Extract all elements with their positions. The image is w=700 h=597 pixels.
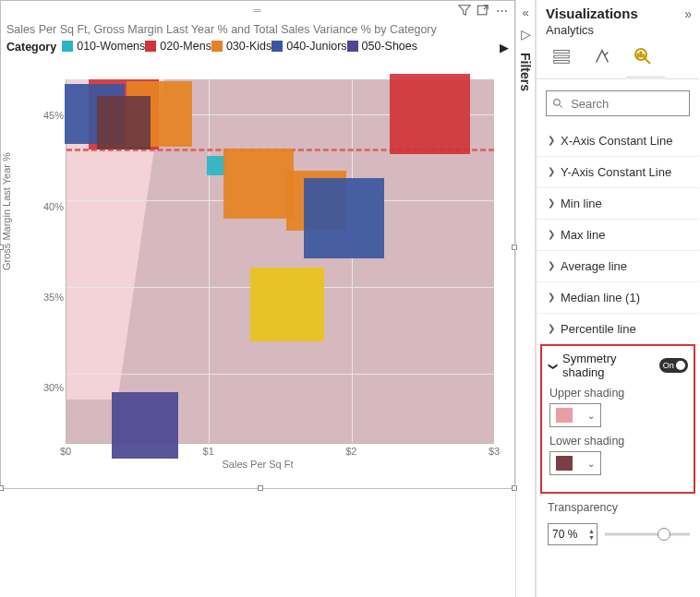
x-axis-title: Sales Per Sq Ft: [222, 459, 293, 470]
analytics-section[interactable]: ❯Max line: [537, 220, 699, 251]
section-label: Min line: [561, 197, 602, 210]
pane-subtitle: Analytics: [537, 23, 699, 41]
legend-swatch: [145, 41, 156, 52]
upper-shading-swatch: [556, 408, 573, 423]
search-box[interactable]: [546, 90, 690, 116]
y-tick: 35%: [43, 292, 64, 303]
transparency-control: 70 % ▲▼: [537, 518, 699, 545]
legend: Category 010-Womens020-Mens030-Kids040-J…: [1, 38, 514, 58]
legend-swatch: [347, 41, 358, 52]
chart-visual[interactable]: ═ ⋯ Sales Per Sq Ft, Gross Margin Last Y…: [0, 0, 515, 489]
transparency-label: Transparency: [537, 496, 699, 514]
gridline: [352, 79, 353, 443]
legend-item[interactable]: 010-Womens: [62, 40, 145, 53]
analytics-section[interactable]: ❯Average line: [537, 251, 699, 282]
active-tab-indicator: [625, 76, 666, 79]
analytics-section[interactable]: ❯Percentile line: [537, 314, 699, 345]
spinner-down-icon[interactable]: ▼: [588, 534, 595, 541]
y-axis-title: Gross Margin Last Year %: [1, 152, 12, 270]
data-point[interactable]: [390, 74, 470, 154]
chart-title: Sales Per Sq Ft, Gross Margin Last Year …: [1, 19, 514, 38]
analytics-section[interactable]: ❯Median line (1): [537, 282, 699, 314]
analytics-section[interactable]: ❯X-Axis Constant Line: [537, 125, 699, 157]
gridline: [66, 374, 494, 375]
legend-item-label: 020-Mens: [160, 40, 211, 53]
svg-rect-5: [637, 54, 639, 57]
format-well-icon[interactable]: [590, 44, 614, 68]
data-point[interactable]: [112, 392, 178, 459]
legend-item[interactable]: 050-Shoes: [347, 40, 417, 53]
chevron-right-icon: ❯: [548, 166, 555, 176]
legend-item[interactable]: 040-Juniors: [272, 40, 346, 53]
analytics-well-icon[interactable]: [631, 44, 655, 68]
search-input[interactable]: [569, 96, 683, 112]
data-point[interactable]: [250, 268, 324, 341]
section-label: Percentile line: [561, 322, 636, 336]
plot-area[interactable]: [66, 79, 494, 444]
transparency-spinner[interactable]: 70 % ▲▼: [548, 523, 597, 545]
slider-thumb[interactable]: [658, 528, 670, 541]
toggle-state: On: [663, 361, 674, 370]
section-label: Average line: [561, 259, 627, 273]
legend-swatch: [272, 41, 283, 52]
pane-header: Visualizations »: [537, 0, 699, 23]
legend-item[interactable]: 030-Kids: [211, 40, 272, 53]
svg-rect-2: [554, 55, 570, 58]
svg-point-8: [554, 99, 561, 105]
y-tick: 45%: [43, 110, 64, 121]
slider-track: [605, 533, 690, 536]
transparency-slider[interactable]: [605, 525, 690, 543]
more-options-icon[interactable]: ⋯: [494, 3, 509, 18]
filters-label[interactable]: Filters: [518, 53, 533, 91]
data-point[interactable]: [304, 178, 384, 258]
lower-shading-color-picker[interactable]: ⌄: [549, 451, 601, 475]
spinner-up-icon[interactable]: ▲: [588, 528, 595, 534]
symmetry-toggle[interactable]: On: [659, 358, 688, 373]
chevron-right-icon: ❯: [548, 135, 555, 145]
upper-shading-label: Upper shading: [549, 387, 688, 400]
focus-mode-icon[interactable]: [476, 3, 490, 18]
chevron-right-icon: ❯: [548, 197, 555, 208]
legend-item[interactable]: 020-Mens: [145, 40, 211, 53]
svg-rect-7: [643, 54, 645, 57]
x-tick: $2: [345, 446, 356, 457]
data-point[interactable]: [97, 96, 151, 149]
sigma-icon[interactable]: ◁: [521, 27, 531, 42]
legend-swatch: [62, 41, 73, 52]
filter-icon[interactable]: [457, 3, 472, 18]
resize-handle[interactable]: [258, 485, 263, 491]
gridline: [209, 79, 210, 443]
resize-handle[interactable]: [0, 245, 4, 250]
expand-filters-icon[interactable]: «: [522, 6, 528, 19]
filters-pane-collapsed[interactable]: « ◁ Filters: [515, 0, 536, 597]
svg-rect-1: [554, 51, 570, 54]
data-point[interactable]: [223, 149, 294, 219]
chevron-right-icon: ❯: [548, 229, 555, 239]
legend-scroll-right-icon[interactable]: ▶: [500, 41, 509, 54]
y-tick: 40%: [43, 201, 64, 212]
symmetry-shading-label: Symmetry shading: [562, 352, 654, 379]
x-tick: $1: [203, 446, 214, 457]
collapse-pane-icon[interactable]: »: [684, 6, 692, 21]
analytics-section[interactable]: ❯Y-Axis Constant Line: [537, 157, 699, 188]
visualizations-pane: Visualizations » Analytics ❯X-Axis Const…: [536, 0, 699, 597]
legend-swatch: [211, 41, 223, 52]
resize-handle[interactable]: [0, 485, 4, 491]
analytics-section[interactable]: ❯Min line: [537, 188, 699, 220]
chevron-down-icon[interactable]: ❯: [549, 362, 559, 369]
chevron-down-icon: ⌄: [587, 411, 595, 421]
y-tick: 30%: [43, 382, 64, 393]
toggle-knob: [676, 361, 685, 370]
drag-grip-icon[interactable]: ═: [254, 5, 262, 16]
legend-item-label: 010-Womens: [77, 40, 145, 53]
upper-shading-color-picker[interactable]: ⌄: [549, 403, 601, 427]
search-icon: [552, 97, 563, 110]
fields-well-icon[interactable]: [549, 44, 573, 68]
x-tick: $3: [489, 446, 500, 457]
visual-header: ═ ⋯: [1, 1, 514, 19]
legend-field-label: Category: [6, 41, 56, 54]
transparency-value: 70 %: [552, 528, 577, 541]
legend-item-label: 030-Kids: [226, 40, 272, 53]
lower-shading-swatch: [556, 456, 573, 471]
section-label: X-Axis Constant Line: [561, 134, 672, 148]
